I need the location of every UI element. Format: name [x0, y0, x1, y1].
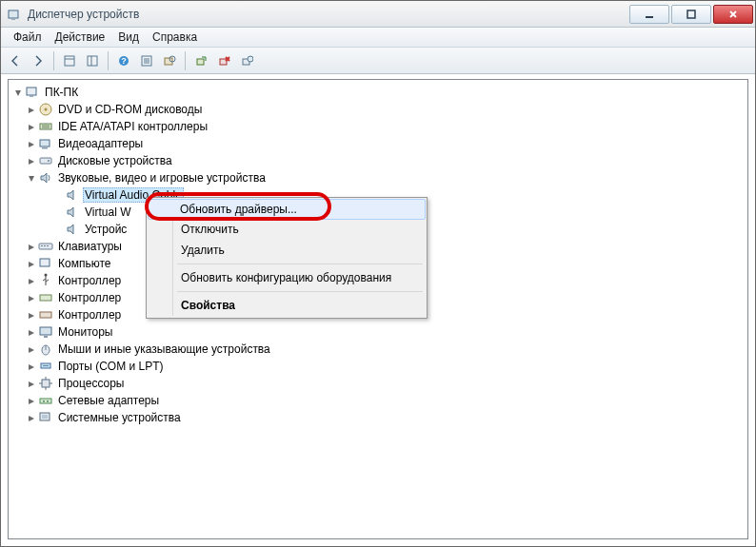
computer-icon: [25, 85, 40, 100]
maximize-button[interactable]: [671, 5, 711, 24]
context-update-drivers[interactable]: Обновить драйверы...: [148, 199, 426, 220]
toolbar-separator: [185, 51, 186, 70]
tree-label: Клавиатуры: [56, 239, 124, 254]
uninstall-icon[interactable]: [236, 50, 257, 71]
tree-row[interactable]: ▾Звуковые, видео и игровые устройства: [10, 169, 746, 186]
window-controls: [627, 5, 753, 24]
svg-point-49: [45, 365, 47, 367]
context-delete[interactable]: Удалить: [149, 240, 425, 261]
close-button[interactable]: [713, 5, 753, 24]
context-separator: [177, 291, 423, 292]
context-properties[interactable]: Свойства: [149, 295, 425, 316]
svg-rect-57: [43, 400, 45, 402]
tree-label: Контроллер: [56, 273, 123, 288]
properties-icon[interactable]: [136, 50, 157, 71]
context-item-label: Удалить: [181, 244, 225, 257]
sound-device-icon: [65, 205, 80, 220]
sound-device-icon: [65, 187, 80, 203]
back-button[interactable]: [5, 50, 26, 71]
chevron-right-icon[interactable]: ▸: [26, 378, 37, 389]
tree-row[interactable]: ▸Сетевые адаптеры: [10, 392, 746, 409]
forward-button[interactable]: [28, 50, 49, 71]
chevron-right-icon[interactable]: ▸: [26, 326, 37, 338]
svg-rect-18: [197, 59, 204, 65]
chevron-right-icon[interactable]: ▸: [26, 258, 37, 269]
svg-rect-60: [42, 415, 48, 419]
svg-point-23: [248, 56, 253, 62]
chevron-down-icon[interactable]: ▾: [26, 172, 37, 184]
chevron-right-icon[interactable]: ▸: [26, 104, 37, 115]
tree-label: DVD и CD-ROM дисководы: [56, 102, 204, 117]
tree-row[interactable]: ▸Мыши и иные указывающие устройства: [10, 341, 746, 358]
svg-rect-44: [44, 336, 48, 338]
menu-action[interactable]: Действие: [49, 29, 112, 46]
tree-row[interactable]: ▸DVD и CD-ROM дисководы: [10, 101, 746, 118]
chevron-right-icon[interactable]: ▸: [26, 138, 37, 149]
cpu-icon: [38, 376, 53, 391]
tree-label: Virtual W: [83, 205, 132, 220]
chevron-right-icon[interactable]: ▸: [26, 292, 37, 303]
chevron-right-icon[interactable]: ▸: [26, 155, 37, 166]
tree-root[interactable]: ▾ ПК-ПК: [10, 84, 746, 101]
scan-icon[interactable]: [159, 50, 180, 71]
help-icon[interactable]: ?: [113, 50, 134, 71]
svg-rect-25: [30, 95, 33, 97]
chevron-right-icon[interactable]: ▸: [26, 241, 37, 252]
chevron-right-icon[interactable]: ▸: [26, 275, 37, 286]
chevron-right-icon[interactable]: ▸: [26, 361, 37, 372]
svg-point-50: [47, 365, 49, 367]
tree-label: Контроллер: [56, 290, 123, 305]
tree-label: Системные устройства: [56, 410, 183, 425]
tree-label: Видеоадаптеры: [56, 136, 145, 151]
port-icon: [38, 359, 53, 374]
expand-collapse-icon[interactable]: ▾: [12, 87, 24, 98]
tree-row[interactable]: ▸IDE ATA/ATAPI контроллеры: [10, 118, 746, 135]
svg-point-27: [45, 108, 48, 111]
controller-icon: [38, 290, 53, 305]
tree-label: Звуковые, видео и игровые устройства: [56, 170, 268, 186]
tree-label: Компьюте: [56, 256, 112, 271]
svg-rect-39: [40, 259, 50, 266]
view-icon-1[interactable]: [59, 50, 80, 71]
tree-row[interactable]: ▸Мониторы: [10, 323, 746, 341]
tree-row[interactable]: ▸Видеоадаптеры: [10, 135, 746, 152]
chevron-right-icon[interactable]: ▸: [26, 412, 37, 423]
context-item-label: Обновить драйверы...: [180, 203, 297, 216]
chevron-right-icon[interactable]: ▸: [26, 395, 37, 406]
svg-point-48: [43, 365, 45, 367]
tree-label: Контроллер: [56, 307, 123, 322]
toolbar-separator: [53, 51, 54, 70]
context-item-label: Отключить: [181, 223, 239, 236]
tree-row[interactable]: ▸Системные устройства: [10, 409, 746, 426]
sound-icon: [38, 170, 53, 186]
svg-rect-51: [42, 380, 50, 387]
disc-icon: [38, 102, 53, 117]
menu-file[interactable]: Файл: [7, 29, 49, 46]
svg-rect-43: [40, 327, 51, 335]
tree-row[interactable]: ▸Порты (COM и LPT): [10, 358, 746, 375]
svg-rect-1: [11, 18, 15, 20]
tree-label: Дисковые устройства: [56, 153, 174, 168]
svg-rect-38: [47, 245, 49, 246]
chevron-right-icon[interactable]: ▸: [26, 121, 37, 132]
chevron-right-icon[interactable]: ▸: [26, 309, 37, 321]
tree-row[interactable]: ▸Процессоры: [10, 375, 746, 392]
controller2-icon: [38, 307, 53, 322]
enable-icon[interactable]: [190, 50, 211, 71]
video-icon: [38, 136, 53, 151]
view-icon-2[interactable]: [82, 50, 103, 71]
titlebar: Диспетчер устройств: [1, 1, 755, 28]
tree-row[interactable]: ▸Дисковые устройства: [10, 152, 746, 169]
chevron-right-icon[interactable]: ▸: [26, 343, 37, 355]
toolbar-separator: [108, 51, 109, 70]
tree-label: Процессоры: [56, 376, 127, 391]
context-refresh-hw[interactable]: Обновить конфигурацию оборудования: [149, 267, 425, 288]
minimize-button[interactable]: [629, 5, 669, 24]
tree-label: Порты (COM и LPT): [56, 359, 166, 374]
context-disable[interactable]: Отключить: [149, 219, 425, 240]
window-title: Диспетчер устройств: [28, 8, 627, 21]
menu-view[interactable]: Вид: [111, 29, 146, 46]
menu-help[interactable]: Справка: [146, 29, 204, 46]
svg-rect-42: [40, 312, 51, 318]
disable-icon[interactable]: [213, 50, 234, 71]
